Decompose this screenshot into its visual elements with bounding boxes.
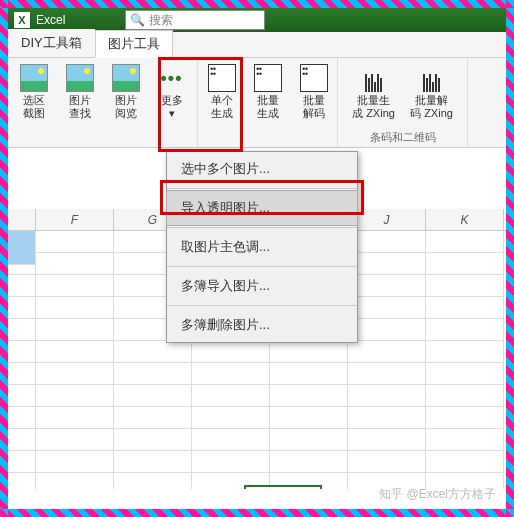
tab-diy-tools[interactable]: DIY工具箱: [8, 29, 95, 57]
excel-icon: X: [14, 12, 30, 28]
btn-qr-single[interactable]: 单个 生成: [200, 62, 244, 122]
chevron-down-icon: ▾: [169, 107, 175, 119]
barcode-icon: [418, 64, 446, 92]
tab-image-tools[interactable]: 图片工具: [95, 30, 173, 58]
cell[interactable]: [270, 407, 348, 429]
btn-image-view[interactable]: 图片 阅览: [104, 62, 148, 122]
btn-barcode-decode[interactable]: 批量解 码 ZXing: [404, 62, 460, 122]
cell[interactable]: [36, 407, 114, 429]
cell[interactable]: [348, 341, 426, 363]
menu-select-multiple-images[interactable]: 选中多个图片...: [167, 152, 357, 186]
cell[interactable]: [114, 473, 192, 489]
cell[interactable]: [348, 451, 426, 473]
cell[interactable]: [348, 275, 426, 297]
cell[interactable]: [114, 363, 192, 385]
cell[interactable]: [36, 385, 114, 407]
cell[interactable]: [348, 231, 426, 253]
cell[interactable]: [348, 385, 426, 407]
cell[interactable]: [36, 363, 114, 385]
cell[interactable]: [36, 319, 114, 341]
btn-qr-decode[interactable]: 批量 解码: [292, 62, 336, 122]
menu-separator: [167, 227, 357, 228]
cell[interactable]: [426, 297, 504, 319]
cell[interactable]: [8, 385, 36, 407]
cell[interactable]: [36, 473, 114, 489]
cell[interactable]: [426, 253, 504, 275]
cell[interactable]: [114, 451, 192, 473]
ribbon-group-barcode: 批量生 成 ZXing 批量解 码 ZXing 条码和二维码: [338, 58, 468, 147]
cell[interactable]: [36, 231, 114, 253]
cell[interactable]: [348, 407, 426, 429]
menu-multi-workbook-import[interactable]: 多簿导入图片...: [167, 269, 357, 303]
col-header-j[interactable]: J: [348, 209, 426, 230]
cell[interactable]: [36, 341, 114, 363]
image-find-icon: [66, 64, 94, 92]
cell[interactable]: [36, 297, 114, 319]
ribbon: 选区 截图 图片 查找 图片 阅览 ••• 更多▾: [8, 58, 506, 148]
cell[interactable]: [192, 451, 270, 473]
cell[interactable]: [8, 363, 36, 385]
menu-separator: [167, 305, 357, 306]
btn-barcode-gen[interactable]: 批量生 成 ZXing: [346, 62, 402, 122]
col-header-f[interactable]: F: [36, 209, 114, 230]
col-header-k[interactable]: K: [426, 209, 504, 230]
btn-qr-batch[interactable]: 批量 生成: [246, 62, 290, 122]
cell[interactable]: [426, 363, 504, 385]
cell[interactable]: [426, 407, 504, 429]
ribbon-tabs: DIY工具箱 图片工具: [8, 32, 506, 58]
search-input[interactable]: 🔍 搜索: [125, 10, 265, 30]
cell[interactable]: [192, 407, 270, 429]
qr-icon: [208, 64, 236, 92]
cell[interactable]: [348, 363, 426, 385]
btn-screenshot[interactable]: 选区 截图: [12, 62, 56, 122]
menu-get-image-main-color[interactable]: 取图片主色调...: [167, 230, 357, 264]
cell[interactable]: [36, 451, 114, 473]
cell[interactable]: [8, 319, 36, 341]
cell[interactable]: [8, 407, 36, 429]
cell[interactable]: [348, 297, 426, 319]
cell[interactable]: [8, 473, 36, 489]
cell[interactable]: [270, 363, 348, 385]
qr-icon: [300, 64, 328, 92]
cell[interactable]: [8, 451, 36, 473]
cell[interactable]: [270, 341, 348, 363]
cell[interactable]: [8, 297, 36, 319]
cell[interactable]: [270, 429, 348, 451]
menu-import-transparent-image[interactable]: 导入透明图片...: [166, 190, 358, 226]
ribbon-group-images: 选区 截图 图片 查找 图片 阅览 ••• 更多▾: [8, 58, 198, 147]
cell[interactable]: [426, 231, 504, 253]
cell[interactable]: [8, 253, 36, 275]
cell[interactable]: [8, 429, 36, 451]
cell[interactable]: [426, 319, 504, 341]
cell[interactable]: [114, 429, 192, 451]
menu-separator: [167, 266, 357, 267]
menu-multi-workbook-delete[interactable]: 多簿删除图片...: [167, 308, 357, 342]
cell[interactable]: [114, 341, 192, 363]
cell[interactable]: [36, 429, 114, 451]
cell[interactable]: [36, 275, 114, 297]
cell[interactable]: [426, 451, 504, 473]
cell[interactable]: [192, 341, 270, 363]
cell[interactable]: [426, 275, 504, 297]
cell[interactable]: [192, 363, 270, 385]
cell[interactable]: [270, 451, 348, 473]
cell[interactable]: [192, 429, 270, 451]
cell[interactable]: [8, 341, 36, 363]
cell[interactable]: [8, 275, 36, 297]
cell[interactable]: [192, 385, 270, 407]
cell[interactable]: [426, 429, 504, 451]
search-placeholder: 搜索: [149, 12, 173, 29]
menu-separator: [167, 188, 357, 189]
cell[interactable]: [348, 429, 426, 451]
cell[interactable]: [348, 253, 426, 275]
btn-image-find[interactable]: 图片 查找: [58, 62, 102, 122]
cell[interactable]: [426, 385, 504, 407]
cell[interactable]: [114, 385, 192, 407]
col-header-blank: [8, 209, 36, 230]
cell[interactable]: [270, 385, 348, 407]
btn-more[interactable]: ••• 更多▾: [150, 62, 194, 122]
cell[interactable]: [426, 341, 504, 363]
cell[interactable]: [348, 319, 426, 341]
cell[interactable]: [36, 253, 114, 275]
cell[interactable]: [114, 407, 192, 429]
